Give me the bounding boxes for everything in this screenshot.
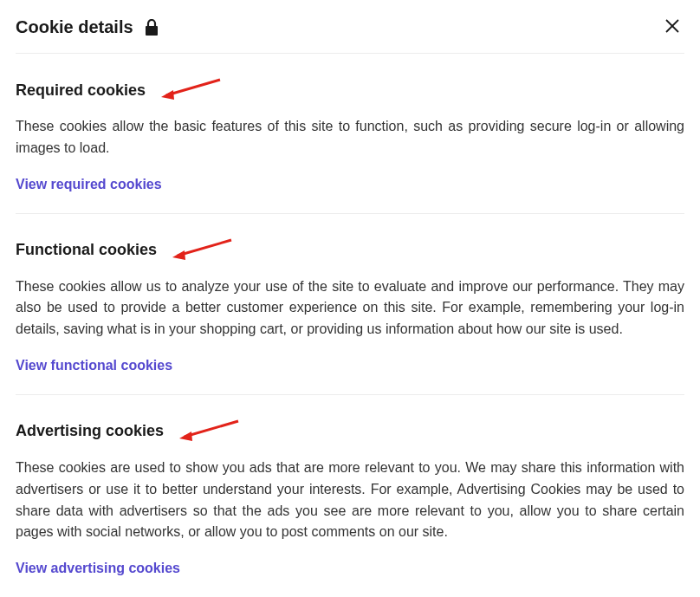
cookie-section-functional: Functional cookies These cookies allow u… xyxy=(16,214,684,395)
view-functional-cookies-link[interactable]: View functional cookies xyxy=(16,358,172,373)
section-description: These cookies are used to show you ads t… xyxy=(16,457,684,543)
section-description: These cookies allow us to analyze your u… xyxy=(16,276,684,341)
svg-line-7 xyxy=(185,421,238,437)
section-heading-row: Advertising cookies xyxy=(16,418,684,445)
cookie-section-advertising: Advertising cookies These cookies are us… xyxy=(16,395,684,597)
svg-marker-8 xyxy=(179,432,192,441)
dialog-title: Cookie details xyxy=(16,17,133,37)
header-left: Cookie details xyxy=(16,17,159,37)
arrow-right-icon xyxy=(172,237,233,264)
svg-rect-0 xyxy=(146,26,158,36)
section-heading: Functional cookies xyxy=(16,241,157,259)
view-advertising-cookies-link[interactable]: View advertising cookies xyxy=(16,561,180,576)
section-heading: Advertising cookies xyxy=(16,422,164,440)
section-heading-row: Required cookies xyxy=(16,76,684,104)
section-description: These cookies allow the basic features o… xyxy=(16,116,684,159)
svg-line-3 xyxy=(166,80,220,95)
arrow-right-icon xyxy=(161,76,222,104)
close-button[interactable] xyxy=(660,14,684,41)
section-heading: Required cookies xyxy=(16,81,146,100)
cookie-section-required: Required cookies These cookies allow the… xyxy=(16,54,684,214)
dialog-header: Cookie details xyxy=(16,14,684,54)
svg-line-5 xyxy=(178,240,231,256)
view-required-cookies-link[interactable]: View required cookies xyxy=(16,177,162,192)
close-icon xyxy=(664,17,681,37)
svg-marker-4 xyxy=(161,90,174,100)
section-heading-row: Functional cookies xyxy=(16,237,684,264)
lock-icon xyxy=(144,19,159,36)
arrow-right-icon xyxy=(179,418,240,445)
svg-marker-6 xyxy=(172,250,185,260)
